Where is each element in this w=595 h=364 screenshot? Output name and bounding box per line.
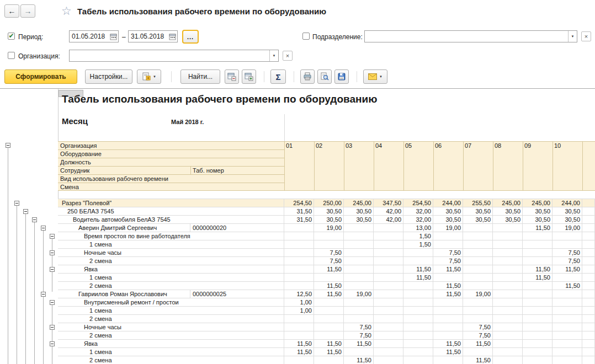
save-icon (337, 72, 346, 81)
settings-button[interactable]: Настройки... (85, 69, 132, 84)
printer-icon (303, 72, 312, 81)
calendar-icon[interactable] (168, 31, 177, 42)
tree-collapse-toggle[interactable] (6, 143, 10, 148)
organization-label: Организация: (18, 52, 60, 60)
period-dash: – (122, 33, 126, 41)
toolbar-separator (171, 71, 172, 82)
tree-collapse-toggle[interactable] (41, 292, 46, 297)
chevron-down-icon: ▼ (379, 75, 382, 78)
tree-collapse-toggle[interactable] (41, 226, 46, 231)
toolbar-separator (357, 71, 357, 82)
report-variants-icon (142, 72, 151, 81)
toolbar-separator (264, 71, 264, 82)
topbar: ← → ☆ Табель использования рабочего врем… (0, 0, 595, 25)
print-preview-icon (320, 72, 329, 81)
report-variants-button[interactable]: ▼ (137, 69, 161, 84)
department-checkbox[interactable] (302, 33, 310, 40)
period-from-value: 01.05.2018 (70, 33, 109, 40)
tree-collapse-toggle[interactable] (50, 341, 55, 346)
tree-group-line (52, 346, 52, 364)
period-label: Период: (18, 33, 43, 41)
tree-collapse-toggle[interactable] (50, 300, 55, 305)
sigma-icon: Σ (275, 72, 280, 82)
department-clear-button[interactable]: × (581, 31, 591, 41)
organization-clear-button[interactable]: × (283, 51, 293, 61)
favorite-star-icon[interactable]: ☆ (61, 4, 72, 18)
chevron-down-icon: ▼ (153, 75, 156, 78)
check-icon: ✔ (8, 33, 14, 39)
tree-collapse-toggle[interactable] (50, 325, 55, 330)
chevron-down-icon[interactable]: ▼ (269, 50, 278, 61)
collapse-groups-icon (227, 72, 236, 81)
tree-group-line (8, 147, 8, 364)
toolbar: Сформировать Настройки... ▼ Найти... Σ ▼ (0, 67, 595, 87)
period-from-field[interactable]: 01.05.2018 (69, 30, 119, 42)
tree-group-line (52, 255, 52, 267)
tree-collapse-toggle[interactable] (50, 250, 55, 255)
chevron-down-icon[interactable]: ▼ (568, 31, 577, 42)
email-icon (368, 73, 377, 80)
expand-groups-button[interactable] (242, 69, 256, 84)
forward-button[interactable]: → (20, 4, 35, 18)
tree-group-line (52, 329, 52, 341)
department-combo[interactable]: ▼ (364, 30, 577, 42)
find-button[interactable]: Найти... (180, 69, 220, 84)
tree-collapse-toggle[interactable] (50, 234, 55, 239)
print-preview-button[interactable] (317, 69, 332, 84)
toolbar-separator (294, 71, 294, 82)
period-checkbox[interactable]: ✔ (8, 33, 15, 40)
tree-collapse-toggle[interactable] (14, 201, 19, 206)
calendar-icon[interactable] (109, 31, 118, 42)
back-arrow-icon: ← (8, 7, 16, 15)
tree-group-line (43, 296, 44, 364)
tree-group-line (43, 230, 44, 292)
window-title: Табель использования рабочего времени по… (77, 7, 326, 16)
tree-group-line (52, 304, 52, 325)
tree-group-line (52, 271, 52, 292)
filter-panel: ✔ Период: 01.05.2018 – 31.05.2018 ... По… (0, 25, 595, 67)
tree-collapse-toggle[interactable] (50, 267, 55, 272)
forward-arrow-icon: → (24, 7, 32, 15)
expand-groups-icon (245, 72, 253, 81)
tree-group-line (25, 213, 26, 364)
send-email-button[interactable]: ▼ (363, 69, 387, 84)
collapse-groups-button[interactable] (225, 69, 239, 84)
tree-group-line (17, 205, 17, 364)
period-to-field[interactable]: 31.05.2018 (128, 30, 178, 42)
department-label: Подразделение: (312, 33, 363, 41)
period-choice-button[interactable]: ... (182, 30, 199, 44)
grouping-tree-gutter (0, 89, 595, 364)
tree-collapse-toggle[interactable] (23, 209, 28, 214)
organization-checkbox[interactable] (8, 52, 15, 59)
tree-group-line (34, 222, 35, 364)
period-to-value: 31.05.2018 (129, 33, 168, 40)
tree-collapse-toggle[interactable] (32, 217, 37, 222)
report-area: Табель использования рабочего времени по… (0, 88, 595, 364)
tree-group-line (52, 238, 52, 250)
autosum-button[interactable]: Σ (270, 69, 286, 84)
back-button[interactable]: ← (4, 4, 19, 18)
print-button[interactable] (300, 69, 315, 84)
generate-button[interactable]: Сформировать (4, 69, 77, 84)
organization-combo[interactable]: ▼ (69, 50, 279, 62)
save-button[interactable] (334, 69, 349, 84)
